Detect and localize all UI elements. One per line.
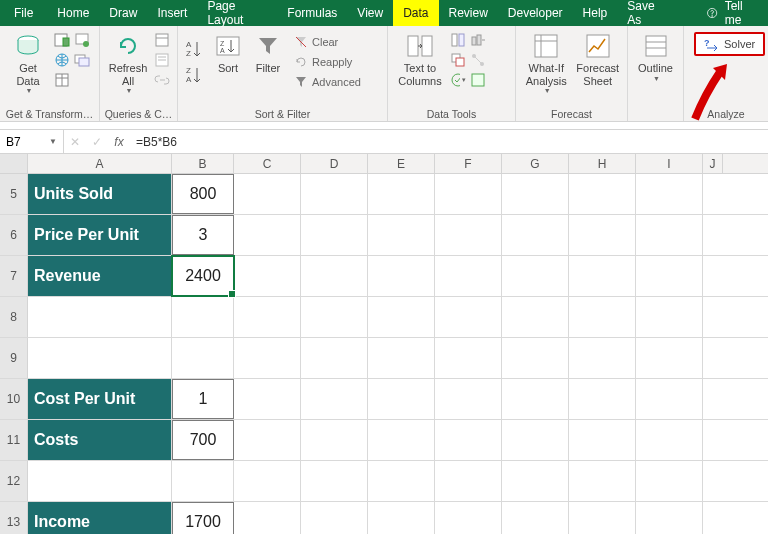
cell-a10[interactable]: Cost Per Unit (28, 379, 172, 419)
get-data-button[interactable]: Get Data ▼ (4, 28, 52, 99)
forecast-icon (584, 32, 612, 60)
cell-a6[interactable]: Price Per Unit (28, 215, 172, 255)
remove-duplicates-icon[interactable] (450, 52, 466, 68)
select-all-corner[interactable] (0, 154, 28, 173)
cell-a13[interactable]: Income (28, 502, 172, 534)
data-validation-icon[interactable]: ▾ (450, 72, 466, 88)
from-text-icon[interactable] (54, 32, 70, 48)
tab-developer[interactable]: Developer (498, 0, 573, 26)
svg-rect-28 (408, 36, 418, 56)
cell-a11[interactable]: Costs (28, 420, 172, 460)
tab-draw[interactable]: Draw (99, 0, 147, 26)
outline-button[interactable]: Outline ▼ (632, 28, 679, 87)
properties-icon[interactable] (154, 52, 170, 68)
manage-data-model-icon[interactable] (470, 72, 486, 88)
tab-help[interactable]: Help (573, 0, 618, 26)
cell-c5[interactable] (234, 174, 301, 214)
svg-text:A: A (186, 40, 192, 49)
col-header-h[interactable]: H (569, 154, 636, 173)
menu-bar: File Home Draw Insert Page Layout Formul… (0, 0, 768, 26)
cell-b6[interactable]: 3 (172, 215, 234, 255)
tab-insert[interactable]: Insert (147, 0, 197, 26)
solver-button[interactable]: ? Solver (694, 32, 765, 56)
svg-text:A: A (220, 47, 225, 54)
col-header-b[interactable]: B (172, 154, 234, 173)
tell-me-label: Tell me (725, 0, 758, 27)
row-header-6[interactable]: 6 (0, 215, 28, 255)
formula-input[interactable]: =B5*B6 (130, 135, 768, 149)
tab-review[interactable]: Review (439, 0, 498, 26)
tab-page-layout[interactable]: Page Layout (197, 0, 277, 26)
relationships-icon[interactable] (470, 52, 486, 68)
col-header-g[interactable]: G (502, 154, 569, 173)
row-9: 9 (0, 338, 768, 379)
tab-data[interactable]: Data (393, 0, 438, 26)
svg-rect-35 (472, 37, 476, 45)
col-header-a[interactable]: A (28, 154, 172, 173)
cell-b11[interactable]: 700 (172, 420, 234, 460)
tell-me[interactable]: Tell me (696, 0, 768, 27)
reapply-button[interactable]: Reapply (290, 54, 365, 70)
row-8: 8 (0, 297, 768, 338)
tab-formulas[interactable]: Formulas (277, 0, 347, 26)
cell-a7[interactable]: Revenue (28, 256, 172, 296)
what-if-button[interactable]: What-If Analysis ▼ (520, 28, 572, 99)
forecast-sheet-button[interactable]: Forecast Sheet (572, 28, 623, 91)
clear-label: Clear (312, 36, 338, 48)
tab-save-as[interactable]: Save As (617, 0, 676, 26)
solver-icon: ? (704, 37, 720, 51)
row-header-10[interactable]: 10 (0, 379, 28, 419)
ribbon: Get Data ▼ Get & Transform… Refresh All … (0, 26, 768, 122)
col-header-d[interactable]: D (301, 154, 368, 173)
filter-button[interactable]: Filter (248, 28, 288, 79)
consolidate-icon[interactable] (470, 32, 486, 48)
cell-b10[interactable]: 1 (172, 379, 234, 419)
sort-desc-icon[interactable]: ZA (184, 64, 206, 86)
col-header-c[interactable]: C (234, 154, 301, 173)
tab-view[interactable]: View (347, 0, 393, 26)
from-table-icon[interactable] (54, 72, 70, 88)
col-header-f[interactable]: F (435, 154, 502, 173)
col-header-i[interactable]: I (636, 154, 703, 173)
from-web-icon[interactable] (54, 52, 70, 68)
cell-a5[interactable]: Units Sold (28, 174, 172, 214)
svg-rect-14 (79, 58, 89, 66)
row-header-11[interactable]: 11 (0, 420, 28, 460)
cell-a8[interactable] (28, 297, 172, 337)
row-header-7[interactable]: 7 (0, 256, 28, 296)
queries-icon[interactable] (154, 32, 170, 48)
tab-home[interactable]: Home (47, 0, 99, 26)
col-header-e[interactable]: E (368, 154, 435, 173)
name-box-value: B7 (6, 135, 21, 149)
row-header-8[interactable]: 8 (0, 297, 28, 337)
row-header-12[interactable]: 12 (0, 461, 28, 501)
col-header-j[interactable]: J (703, 154, 723, 173)
row-header-5[interactable]: 5 (0, 174, 28, 214)
svg-rect-45 (646, 36, 666, 56)
cancel-formula-icon[interactable]: ✕ (64, 135, 86, 149)
cell-b5[interactable]: 800 (172, 174, 234, 214)
text-to-columns-button[interactable]: Text to Columns (392, 28, 448, 91)
flash-fill-icon[interactable] (450, 32, 466, 48)
name-box[interactable]: B7 ▼ (0, 130, 64, 153)
refresh-all-button[interactable]: Refresh All ▼ (104, 28, 152, 99)
search-icon[interactable] (676, 0, 696, 26)
existing-connections-icon[interactable] (74, 52, 90, 68)
row-header-9[interactable]: 9 (0, 338, 28, 378)
cell-b8[interactable] (172, 297, 234, 337)
enter-formula-icon[interactable]: ✓ (86, 135, 108, 149)
edit-links-icon[interactable] (154, 72, 170, 88)
svg-rect-41 (535, 35, 557, 57)
advanced-button[interactable]: Advanced (290, 74, 365, 90)
cell-b7[interactable]: 2400 (172, 256, 234, 296)
insert-function-icon[interactable]: fx (108, 135, 130, 149)
row-11: 11 Costs 700 (0, 420, 768, 461)
row-header-13[interactable]: 13 (0, 502, 28, 534)
tab-file[interactable]: File (0, 0, 47, 26)
sort-button[interactable]: ZA Sort (208, 28, 248, 79)
cell-b13[interactable]: 1700 (172, 502, 234, 534)
recent-sources-icon[interactable] (74, 32, 90, 48)
clear-button[interactable]: Clear (290, 34, 365, 50)
sort-asc-icon[interactable]: AZ (184, 38, 206, 60)
spreadsheet-grid: A B C D E F G H I J 5 Units Sold 800 6 P… (0, 154, 768, 534)
